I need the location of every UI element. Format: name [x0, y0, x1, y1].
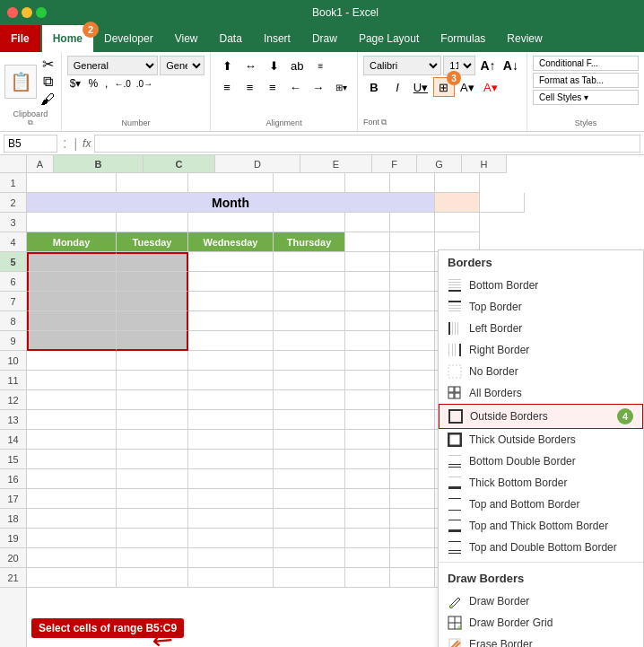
cell-17-3[interactable] [117, 489, 188, 509]
draw-tab[interactable]: Draw [301, 25, 348, 52]
cell-styles-btn[interactable]: Cell Styles ▾ [533, 90, 639, 105]
cell-14-6[interactable] [345, 430, 390, 450]
cell-13-3[interactable] [117, 410, 188, 430]
cell-16-7[interactable] [390, 469, 435, 489]
cell-18-4[interactable] [188, 509, 274, 529]
cell-11-2[interactable] [27, 371, 117, 390]
cell-14-4[interactable] [188, 430, 274, 450]
cell-16-3[interactable] [117, 469, 188, 489]
comma-btn[interactable]: , [102, 77, 110, 90]
formula-input[interactable] [94, 135, 640, 153]
erase-border-item[interactable]: Erase Border [439, 634, 643, 647]
cell-17-7[interactable] [390, 489, 435, 509]
align-middle-btn[interactable]: ↔ [239, 56, 261, 75]
cell-12-6[interactable] [345, 390, 390, 410]
cell-1-3[interactable] [117, 173, 188, 193]
clipboard-dialog[interactable]: ⧉ [28, 118, 33, 127]
cell-8-6[interactable] [345, 311, 390, 331]
developer-tab[interactable]: Developer [93, 25, 164, 52]
cell-16-4[interactable] [188, 469, 274, 489]
view-tab[interactable]: View [164, 25, 209, 52]
cell-5-3[interactable] [117, 252, 188, 272]
cell-4-2[interactable]: Monday [27, 232, 117, 252]
cell-18-7[interactable] [390, 509, 435, 529]
cell-21-7[interactable] [390, 568, 435, 588]
cell-3-4[interactable] [188, 213, 274, 232]
increase-decimal-btn[interactable]: .0→ [135, 79, 154, 89]
cell-5-2[interactable] [27, 252, 117, 272]
cell-21-3[interactable] [117, 568, 188, 588]
cell-8-7[interactable] [390, 311, 435, 331]
cell-3-8[interactable] [435, 213, 480, 232]
cell-12-7[interactable] [390, 390, 435, 410]
cell-2-2[interactable]: Month [27, 193, 435, 213]
cell-15-2[interactable] [27, 450, 117, 469]
bottom-double-border-item[interactable]: Bottom Double Border [439, 450, 643, 472]
cell-5-6[interactable] [345, 252, 390, 272]
cell-4-6[interactable] [345, 232, 390, 252]
cell-2-8[interactable] [480, 193, 525, 213]
cell-13-4[interactable] [188, 410, 274, 430]
currency-btn[interactable]: $▾ [67, 77, 84, 90]
cell-9-4[interactable] [188, 331, 274, 351]
copy-button[interactable]: ⧉ [39, 74, 56, 90]
cell-7-5[interactable] [274, 292, 345, 311]
cell-9-6[interactable] [345, 331, 390, 351]
cell-19-4[interactable] [188, 529, 274, 548]
cell-11-3[interactable] [117, 371, 188, 390]
outside-borders-item[interactable]: Outside Borders 4 [439, 404, 643, 429]
cell-5-5[interactable] [274, 252, 345, 272]
align-left-btn[interactable]: ≡ [216, 77, 237, 97]
cell-15-4[interactable] [188, 450, 274, 469]
cell-4-3[interactable]: Tuesday [117, 232, 188, 252]
merge-center-btn[interactable]: ⊞▾ [331, 77, 352, 97]
cell-7-2[interactable] [27, 292, 117, 311]
cell-9-7[interactable] [390, 331, 435, 351]
cell-9-5[interactable] [274, 331, 345, 351]
cell-16-2[interactable] [27, 469, 117, 489]
cell-1-5[interactable] [274, 173, 345, 193]
cell-4-5[interactable]: Thursday [274, 232, 345, 252]
cell-10-2[interactable] [27, 351, 117, 371]
cell-10-4[interactable] [188, 351, 274, 371]
cell-14-3[interactable] [117, 430, 188, 450]
cell-21-5[interactable] [274, 568, 345, 588]
cell-21-6[interactable] [345, 568, 390, 588]
cell-6-6[interactable] [345, 272, 390, 292]
format-painter-button[interactable]: 🖌 [39, 92, 56, 108]
cell-11-7[interactable] [390, 371, 435, 390]
cell-12-5[interactable] [274, 390, 345, 410]
cell-3-5[interactable] [274, 213, 345, 232]
cell-8-3[interactable] [117, 311, 188, 331]
cell-14-5[interactable] [274, 430, 345, 450]
cell-7-7[interactable] [390, 292, 435, 311]
font-family-select[interactable]: General Calibri [67, 56, 159, 75]
cell-20-2[interactable] [27, 548, 117, 568]
cell-13-7[interactable] [390, 410, 435, 430]
cell-8-5[interactable] [274, 311, 345, 331]
cell-12-3[interactable] [117, 390, 188, 410]
cell-17-4[interactable] [188, 489, 274, 509]
cell-11-4[interactable] [188, 371, 274, 390]
format-as-table-btn[interactable]: Format as Tab... [533, 73, 639, 88]
cell-12-2[interactable] [27, 390, 117, 410]
italic-btn[interactable]: I [387, 77, 408, 97]
font-color-btn[interactable]: A▾ [480, 77, 501, 97]
cell-1-2[interactable] [27, 173, 117, 193]
file-tab[interactable]: File [0, 25, 40, 52]
underline-btn[interactable]: U▾ [410, 77, 431, 97]
draw-border-item[interactable]: Draw Border [439, 590, 643, 612]
cell-18-5[interactable] [274, 509, 345, 529]
cell-1-4[interactable] [188, 173, 274, 193]
cell-19-5[interactable] [274, 529, 345, 548]
cell-6-2[interactable] [27, 272, 117, 292]
cell-9-3[interactable] [117, 331, 188, 351]
align-right-btn[interactable]: ≡ [262, 77, 283, 97]
bold-btn[interactable]: B [363, 77, 385, 97]
top-double-bottom-border-item[interactable]: Top and Double Bottom Border [439, 537, 643, 558]
cell-6-5[interactable] [274, 272, 345, 292]
cell-5-4[interactable] [188, 252, 274, 272]
cell-1-7[interactable] [390, 173, 435, 193]
cell-8-4[interactable] [188, 311, 274, 331]
cell-3-2[interactable] [27, 213, 117, 232]
